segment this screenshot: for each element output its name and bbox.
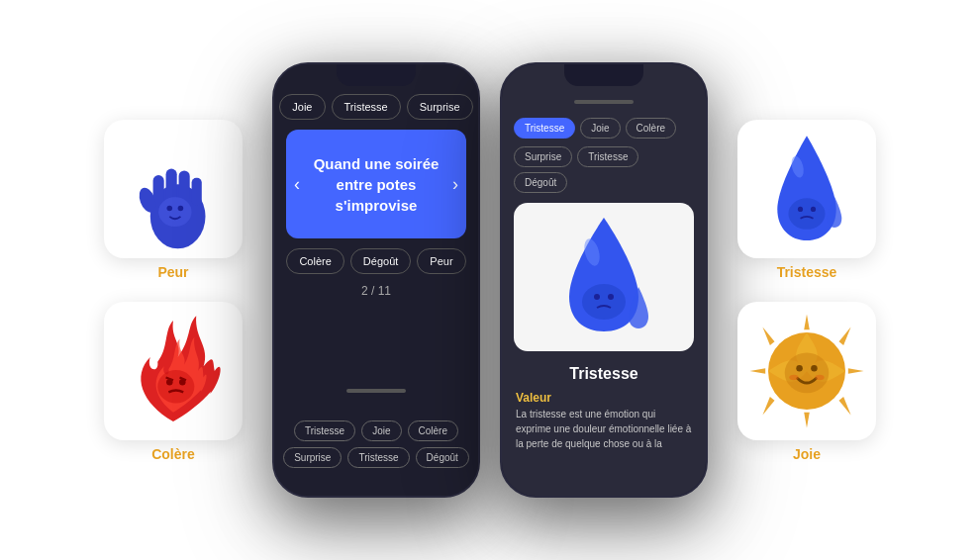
colere-illustration [109,307,238,435]
tristesse-card[interactable] [737,120,876,258]
svg-point-8 [178,206,184,212]
svg-marker-23 [848,368,864,374]
phones-container: Joie Tristesse Surprise ‹ Quand une soir… [272,62,708,498]
colere-card-wrapper: Colère [104,302,243,440]
svg-point-32 [789,375,798,381]
phone2: Tristesse Joie Colère Surprise Tristesse… [500,62,708,498]
phone1-tags-row1: Tristesse Joie Colère [298,420,454,441]
phone1-bar [346,389,406,393]
tristesse-label: Tristesse [777,264,837,280]
quiz-text: Quand une soirée entre potes s'improvise [310,153,442,216]
peur-card-wrapper: Peur [104,120,243,258]
right-cards: Tristesse [737,120,876,440]
svg-point-18 [811,207,816,212]
svg-point-14 [608,294,614,300]
p2-tag-tristesse-active[interactable]: Tristesse [514,118,575,139]
btn-tristesse-top[interactable]: Tristesse [332,94,401,120]
svg-point-29 [785,352,830,393]
peur-label: Peur [157,264,188,280]
phone1-screen: Joie Tristesse Surprise ‹ Quand une soir… [274,64,478,496]
phone1-bottom-tags: Tristesse Joie Colère Surprise Tristesse… [286,411,466,484]
progress-indicator: 2 / 11 [286,284,466,298]
joie-illustration [742,307,871,435]
quiz-prev[interactable]: ‹ [294,174,300,195]
peur-card[interactable] [104,120,243,258]
svg-marker-26 [762,397,774,416]
btn-joie-top[interactable]: Joie [279,94,325,120]
tristesse-card-illustration [742,125,871,253]
tag-tristesse-1[interactable]: Tristesse [294,420,355,441]
tag-degout-1[interactable]: Dégoût [416,447,469,468]
p2-tag-colere[interactable]: Colère [626,118,676,139]
joie-card[interactable] [737,302,876,440]
tag-joie-1[interactable]: Joie [361,420,401,441]
p2-tag-degout[interactable]: Dégoût [514,172,567,193]
svg-rect-4 [192,178,202,206]
btn-colere[interactable]: Colère [286,248,343,274]
svg-marker-24 [762,327,774,345]
p2-tag-surprise[interactable]: Surprise [514,146,572,167]
p2-tag-tristesse-2[interactable]: Tristesse [577,146,638,167]
svg-point-31 [811,365,818,372]
tristesse-card-wrapper: Tristesse [737,120,876,258]
svg-point-12 [582,284,626,320]
tristesse-illustration [525,203,683,351]
peur-illustration [109,125,238,253]
phone2-tags-row2: Surprise Tristesse Dégoût [514,146,694,193]
phone1-notch [337,64,416,86]
tag-tristesse-2[interactable]: Tristesse [347,447,409,468]
svg-point-7 [167,206,173,212]
btn-peur[interactable]: Peur [417,248,465,274]
svg-point-9 [157,370,194,403]
svg-point-6 [158,197,191,227]
phone2-image-card [514,203,694,351]
svg-marker-27 [839,397,851,416]
phone2-emotion-name: Tristesse [502,361,706,387]
left-cards: Peur [104,120,243,440]
p2-tag-joie[interactable]: Joie [580,118,620,139]
phone2-description: La tristesse est une émotion qui exprime… [502,407,706,451]
phone2-bar [574,100,634,104]
tag-colere-1[interactable]: Colère [408,420,458,441]
phone2-tags-row1: Tristesse Joie Colère [514,118,694,139]
svg-point-30 [796,365,803,372]
joie-card-wrapper: Joie [737,302,876,440]
colere-label: Colère [151,446,195,462]
svg-point-33 [815,375,824,381]
phone2-section-title: Valeur [502,387,706,407]
tag-surprise-1[interactable]: Surprise [283,447,342,468]
svg-point-17 [798,207,803,212]
joie-label: Joie [793,446,821,462]
phone2-header: Tristesse Joie Colère Surprise Tristesse… [502,94,706,193]
svg-marker-20 [804,314,810,329]
phone1-tags-row2: Surprise Tristesse Dégoût [298,447,454,468]
phone1-answer-buttons: Colère Dégoût Peur [286,248,466,274]
phone2-notch [564,64,643,86]
quiz-next[interactable]: › [452,174,458,195]
svg-marker-21 [804,413,810,428]
svg-marker-25 [839,327,851,345]
phone1-top-buttons: Joie Tristesse Surprise [286,94,466,120]
btn-surprise-top[interactable]: Surprise [407,94,473,120]
phone1: Joie Tristesse Surprise ‹ Quand une soir… [272,62,480,498]
svg-point-16 [788,198,825,230]
btn-degout[interactable]: Dégoût [350,248,411,274]
svg-point-13 [594,294,600,300]
svg-marker-22 [749,368,765,374]
colere-card[interactable] [104,302,243,440]
phone2-screen: Tristesse Joie Colère Surprise Tristesse… [502,64,706,496]
scene: Peur [0,0,980,560]
quiz-card: ‹ Quand une soirée entre potes s'improvi… [286,130,466,238]
